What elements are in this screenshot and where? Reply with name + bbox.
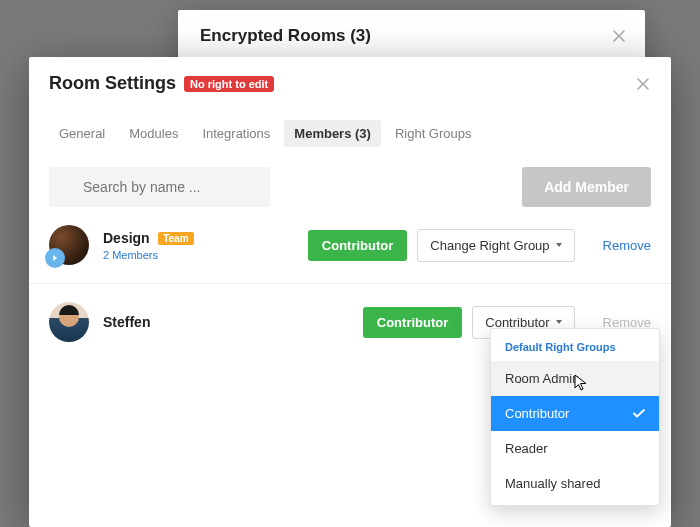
chevron-down-icon bbox=[556, 320, 562, 324]
role-badge[interactable]: Contributor bbox=[308, 230, 407, 261]
member-row: Design Team 2 Members Contributor Change… bbox=[29, 207, 671, 284]
tab-modules[interactable]: Modules bbox=[119, 120, 188, 147]
chevron-down-icon bbox=[556, 243, 562, 247]
dropdown-item-label: Reader bbox=[505, 441, 548, 456]
dropdown-header: Default Right Groups bbox=[491, 335, 659, 361]
dropdown-item-label: Room Admin bbox=[505, 371, 579, 386]
members-toolbar: Add Member bbox=[29, 147, 671, 207]
member-name: Steffen bbox=[103, 314, 150, 330]
check-icon bbox=[633, 409, 645, 418]
tab-members[interactable]: Members (3) bbox=[284, 120, 381, 147]
remove-link[interactable]: Remove bbox=[603, 238, 651, 253]
avatar bbox=[49, 302, 89, 342]
dropdown-item-contributor[interactable]: Contributor bbox=[491, 396, 659, 431]
change-right-group-label: Change Right Group bbox=[430, 238, 549, 253]
close-icon[interactable] bbox=[611, 28, 627, 44]
close-icon[interactable] bbox=[635, 76, 651, 92]
modal-header: Room Settings No right to edit bbox=[29, 57, 671, 100]
tab-integrations[interactable]: Integrations bbox=[192, 120, 280, 147]
modal-title: Room Settings bbox=[49, 73, 176, 94]
team-tag: Team bbox=[158, 232, 193, 245]
search-wrap bbox=[49, 167, 512, 207]
role-badge[interactable]: Contributor bbox=[363, 307, 462, 338]
dropdown-item-room-admin[interactable]: Room Admin bbox=[491, 361, 659, 396]
member-name: Design bbox=[103, 230, 150, 246]
member-name-line: Design Team bbox=[103, 229, 194, 247]
dropdown-item-label: Contributor bbox=[505, 406, 569, 421]
search-input[interactable] bbox=[49, 167, 270, 207]
sub-avatar bbox=[45, 248, 65, 268]
dropdown-item-reader[interactable]: Reader bbox=[491, 431, 659, 466]
tabs: General Modules Integrations Members (3)… bbox=[29, 100, 671, 147]
add-member-button[interactable]: Add Member bbox=[522, 167, 651, 207]
member-sub[interactable]: 2 Members bbox=[103, 249, 194, 261]
change-right-group-button[interactable]: Change Right Group bbox=[417, 229, 574, 262]
no-right-badge: No right to edit bbox=[184, 76, 274, 92]
tab-general[interactable]: General bbox=[49, 120, 115, 147]
avatar bbox=[49, 225, 89, 265]
dropdown-item-manually-shared[interactable]: Manually shared bbox=[491, 466, 659, 501]
right-group-dropdown: Default Right Groups Room Admin Contribu… bbox=[490, 328, 660, 506]
dropdown-item-label: Manually shared bbox=[505, 476, 600, 491]
tab-right-groups[interactable]: Right Groups bbox=[385, 120, 482, 147]
encrypted-rooms-title: Encrypted Rooms (3) bbox=[200, 26, 623, 46]
